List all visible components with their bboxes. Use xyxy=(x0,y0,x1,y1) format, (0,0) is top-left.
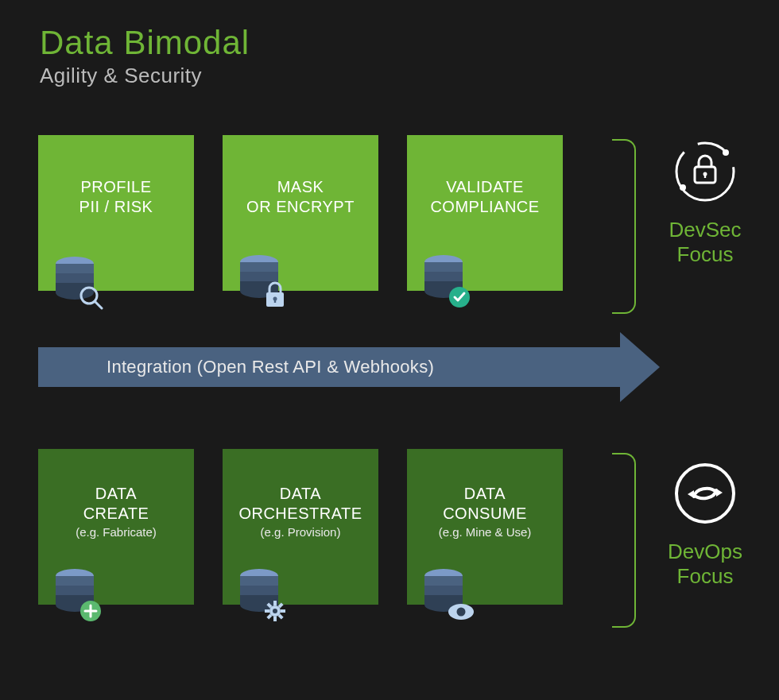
database-search-icon xyxy=(52,254,105,313)
card-label: VALIDATE COMPLIANCE xyxy=(430,177,539,217)
cycle-icon xyxy=(669,457,742,530)
card-line1: DATA xyxy=(95,485,137,502)
svg-rect-21 xyxy=(273,601,277,605)
focus-label: DevSec Focus xyxy=(669,218,741,267)
card-validate-compliance: VALIDATE COMPLIANCE xyxy=(407,135,563,291)
devsec-focus: DevSec Focus xyxy=(645,135,765,267)
card-line2: CONSUME xyxy=(443,505,527,522)
bracket-devops xyxy=(612,453,636,628)
card-line1: VALIDATE xyxy=(446,178,524,195)
focus-label: DevOps Focus xyxy=(668,540,742,589)
svg-point-33 xyxy=(676,465,734,522)
svg-rect-24 xyxy=(265,609,269,613)
database-plus-icon xyxy=(52,567,105,627)
svg-rect-14 xyxy=(704,174,706,178)
card-line1: MASK xyxy=(277,178,324,195)
svg-point-10 xyxy=(723,149,729,156)
page-title: Data Bimodal xyxy=(40,24,779,62)
integration-arrow: Integration (Open Rest API & Webhooks) xyxy=(38,342,660,393)
card-sub: (e.g. Provision) xyxy=(261,525,341,539)
arrow-head-icon xyxy=(620,332,660,402)
card-sub: (e.g. Mine & Use) xyxy=(439,525,532,539)
arrow-body: Integration (Open Rest API & Webhooks) xyxy=(38,347,620,387)
database-lock-icon xyxy=(237,253,289,313)
devops-row: DATA CREATE (e.g. Fabricate) DATA ORCHES… xyxy=(38,449,563,605)
card-line2: PII / RISK xyxy=(79,198,153,215)
card-line1: DATA xyxy=(280,485,321,502)
card-line1: PROFILE xyxy=(80,178,151,195)
focus-line2: Focus xyxy=(677,564,734,588)
database-check-icon xyxy=(421,253,474,313)
card-label: DATA CREATE xyxy=(83,484,149,524)
svg-rect-23 xyxy=(281,609,285,613)
header: Data Bimodal Agility & Security xyxy=(0,0,779,88)
svg-marker-35 xyxy=(688,490,694,498)
card-data-consume: DATA CONSUME (e.g. Mine & Use) xyxy=(407,449,563,605)
database-gear-icon xyxy=(237,567,289,627)
svg-point-32 xyxy=(457,608,466,617)
security-orbit-icon xyxy=(669,135,742,208)
card-line2: CREATE xyxy=(83,505,149,522)
svg-line-2 xyxy=(95,301,102,308)
arrow-label: Integration (Open Rest API & Webhooks) xyxy=(107,357,434,377)
devsec-row: PROFILE PII / RISK MASK OR ENCRYPT xyxy=(38,135,563,291)
svg-rect-6 xyxy=(274,299,276,303)
bracket-devsec xyxy=(612,139,636,314)
svg-point-11 xyxy=(680,184,686,191)
card-data-create: DATA CREATE (e.g. Fabricate) xyxy=(38,449,194,605)
card-line2: COMPLIANCE xyxy=(430,198,539,215)
card-data-orchestrate: DATA ORCHESTRATE (e.g. Provision) xyxy=(223,449,378,605)
card-line2: ORCHESTRATE xyxy=(238,505,362,522)
card-label: MASK OR ENCRYPT xyxy=(246,177,355,217)
card-profile-pii-risk: PROFILE PII / RISK xyxy=(38,135,194,291)
database-eye-icon xyxy=(421,567,477,627)
svg-rect-22 xyxy=(273,617,277,621)
devops-focus: DevOps Focus xyxy=(645,457,765,589)
focus-line2: Focus xyxy=(677,242,734,266)
card-sub: (e.g. Fabricate) xyxy=(76,525,157,539)
card-label: DATA ORCHESTRATE xyxy=(238,484,362,524)
card-line2: OR ENCRYPT xyxy=(246,198,355,215)
card-mask-or-encrypt: MASK OR ENCRYPT xyxy=(223,135,378,291)
page-subtitle: Agility & Security xyxy=(40,64,779,88)
focus-line1: DevSec xyxy=(669,218,741,242)
focus-line1: DevOps xyxy=(668,540,742,563)
card-label: DATA CONSUME xyxy=(443,484,527,524)
svg-point-29 xyxy=(273,609,277,613)
card-line1: DATA xyxy=(464,485,506,502)
card-label: PROFILE PII / RISK xyxy=(79,177,153,217)
